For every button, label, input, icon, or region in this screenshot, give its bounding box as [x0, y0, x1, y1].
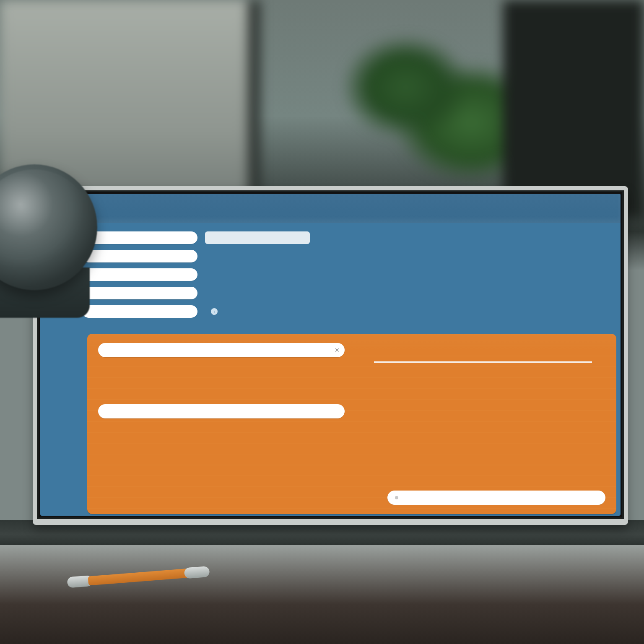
panel-field-2[interactable] [98, 404, 345, 418]
menu-value-1 [205, 231, 310, 244]
menu-value-2 [205, 250, 310, 262]
menu-values-column: i [205, 231, 310, 318]
orange-left-column: ✕ [98, 343, 345, 505]
right-underline-input[interactable] [374, 361, 592, 363]
clear-icon[interactable]: ✕ [334, 347, 340, 353]
menu-item-5[interactable] [82, 305, 197, 318]
orange-right-column [359, 343, 605, 505]
menu-value-4 [205, 287, 310, 299]
foreground-object [0, 164, 97, 290]
desk-surface [0, 545, 644, 644]
menu-item-4[interactable] [82, 287, 197, 299]
status-dot-icon [395, 496, 398, 499]
status-pill[interactable] [387, 491, 605, 505]
screen: i ✕ [40, 194, 621, 516]
info-icon[interactable]: i [211, 308, 218, 315]
upper-right-blank [317, 231, 601, 318]
menu-item-3[interactable] [82, 268, 197, 281]
window-topbar [40, 194, 621, 223]
orange-panel: ✕ [87, 334, 616, 514]
menu-column [82, 231, 197, 318]
menu-item-1[interactable] [82, 231, 197, 244]
menu-value-5: i [205, 305, 310, 318]
menu-value-3 [205, 268, 310, 281]
monitor-frame: i ✕ [33, 186, 628, 525]
upper-blue-panel: i [40, 223, 621, 328]
menu-item-2[interactable] [82, 250, 197, 262]
panel-field-1[interactable]: ✕ [98, 343, 345, 357]
